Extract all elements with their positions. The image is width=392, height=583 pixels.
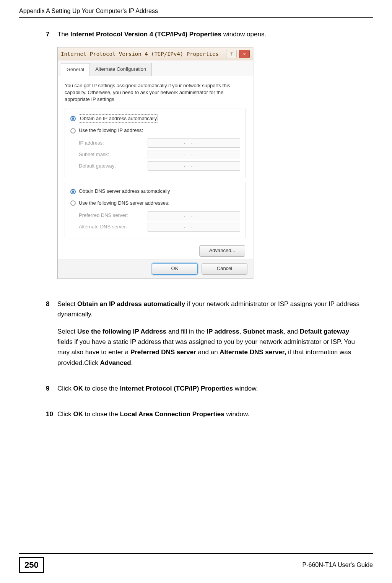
step-9: 9 Click OK to close the Internet Protoco… xyxy=(46,383,365,401)
footer-guide-name: P-660N-T1A User's Guide xyxy=(303,562,373,568)
dialog-ipv4-properties: Internet Protocol Version 4 (TCP/IPv4) P… xyxy=(57,47,253,279)
text-bold: OK xyxy=(73,410,83,418)
cancel-button[interactable]: Cancel xyxy=(202,263,247,275)
text: and fill in the xyxy=(166,328,207,335)
alternate-dns-field[interactable]: ... xyxy=(148,223,240,232)
step-number: 10 xyxy=(46,409,57,426)
radio-icon[interactable] xyxy=(70,189,76,194)
text-bold: Advanced xyxy=(100,359,131,366)
text-bold: Local Area Connection Properties xyxy=(120,410,224,418)
ip-address-field[interactable]: ... xyxy=(148,138,240,148)
text: window opens. xyxy=(221,31,266,38)
text: Click xyxy=(57,385,73,392)
label-preferred-dns: Preferred DNS server: xyxy=(79,212,148,220)
text: . xyxy=(131,359,133,366)
radio-use-following-dns[interactable]: Use the following DNS server addresses: xyxy=(79,199,169,207)
text: window. xyxy=(233,385,258,392)
step-number: 7 xyxy=(46,29,57,290)
label-alternate-dns: Alternate DNS server: xyxy=(79,223,148,231)
text: Select xyxy=(57,300,77,308)
footer-rule xyxy=(19,553,373,554)
page-header: Appendix A Setting Up Your Computer's IP… xyxy=(19,8,373,17)
dialog-title: Internet Protocol Version 4 (TCP/IPv4) P… xyxy=(61,50,219,58)
step-10: 10 Click OK to close the Local Area Conn… xyxy=(46,409,365,426)
ok-button[interactable]: OK xyxy=(152,263,198,275)
radio-obtain-dns-auto[interactable]: Obtain DNS server address automatically xyxy=(79,187,170,195)
text-bold: Default gateway xyxy=(300,328,349,335)
radio-use-following-ip[interactable]: Use the following IP address: xyxy=(79,127,143,135)
page-number: 250 xyxy=(19,557,44,573)
tab-general[interactable]: General xyxy=(61,63,90,76)
step-number: 9 xyxy=(46,383,57,401)
text: and an xyxy=(196,348,220,356)
text-bold: Obtain an IP address automatically xyxy=(77,300,185,308)
label-subnet-mask: Subnet mask: xyxy=(79,151,148,159)
text-bold: Use the following IP Address xyxy=(77,328,166,335)
step-number: 8 xyxy=(46,299,57,375)
radio-icon[interactable] xyxy=(70,128,76,134)
radio-icon[interactable] xyxy=(70,116,76,121)
text-bold: OK xyxy=(73,385,83,392)
dialog-description: You can get IP settings assigned automat… xyxy=(65,82,246,103)
text: , xyxy=(239,328,243,335)
subnet-mask-field[interactable]: ... xyxy=(148,150,240,159)
text-bold: Internet Protocol Version 4 (TCP/IPv4) P… xyxy=(70,31,221,38)
default-gateway-field[interactable]: ... xyxy=(148,161,240,171)
text: , and xyxy=(283,328,300,335)
step-7: 7 The Internet Protocol Version 4 (TCP/I… xyxy=(46,29,365,290)
ip-group: Obtain an IP address automatically Use t… xyxy=(65,109,246,178)
dns-group: Obtain DNS server address automatically … xyxy=(65,182,246,238)
text: Select xyxy=(57,328,77,335)
text: Click xyxy=(57,410,73,418)
text: window. xyxy=(224,410,249,418)
header-rule xyxy=(19,17,373,18)
advanced-button[interactable]: Advanced... xyxy=(199,245,245,257)
text-bold: Subnet mask xyxy=(243,328,283,335)
dialog-titlebar: Internet Protocol Version 4 (TCP/IPv4) P… xyxy=(58,47,253,60)
help-icon[interactable]: ? xyxy=(226,50,237,58)
radio-icon[interactable] xyxy=(70,200,76,206)
step-8: 8 Select Obtain an IP address automatica… xyxy=(46,299,365,375)
text-bold: Alternate DNS server, xyxy=(220,348,286,356)
tab-alternate-configuration[interactable]: Alternate Configuration xyxy=(89,63,152,76)
label-ip-address: IP address: xyxy=(79,139,148,147)
radio-obtain-ip-auto[interactable]: Obtain an IP address automatically xyxy=(79,114,158,123)
text: to close the xyxy=(83,385,120,392)
close-icon[interactable]: ✕ xyxy=(239,50,250,58)
text: to close the xyxy=(83,410,120,418)
text-bold: Preferred DNS server xyxy=(130,348,196,356)
text-bold: Internet Protocol (TCP/IP) Properties xyxy=(120,385,233,392)
preferred-dns-field[interactable]: ... xyxy=(148,211,240,220)
label-default-gateway: Default gateway: xyxy=(79,162,148,170)
text-bold: IP address xyxy=(207,328,239,335)
dialog-tabs: General Alternate Configuration xyxy=(58,60,253,76)
text: The xyxy=(57,31,70,38)
